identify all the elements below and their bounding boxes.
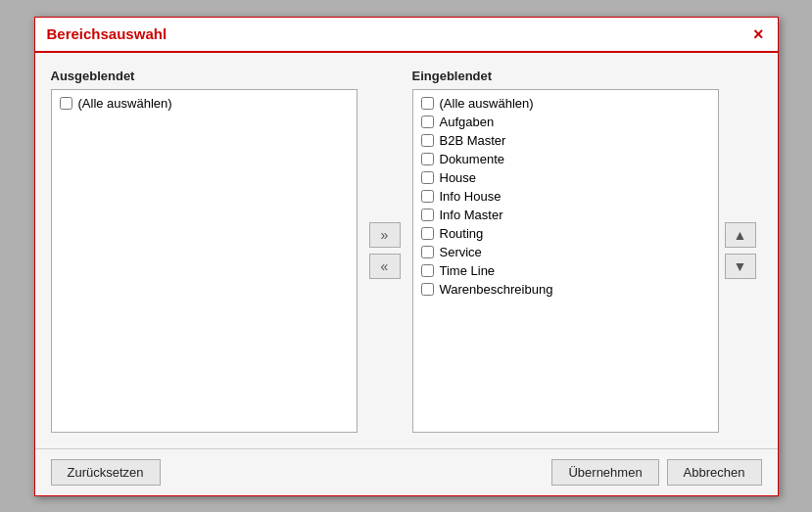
reset-button[interactable]: Zurücksetzen bbox=[51, 459, 161, 486]
visible-checkbox-routing[interactable] bbox=[421, 227, 434, 240]
visible-label-routing: Routing bbox=[440, 226, 484, 241]
visible-checkbox-info-house[interactable] bbox=[421, 190, 434, 203]
footer-left: Zurücksetzen bbox=[51, 459, 161, 486]
move-down-button[interactable]: ▼ bbox=[725, 254, 756, 279]
visible-label-all-visible: (Alle auswählen) bbox=[440, 96, 534, 111]
visible-checkbox-aufgaben[interactable] bbox=[421, 116, 434, 128]
dialog-footer: Zurücksetzen Übernehmen Abbrechen bbox=[35, 448, 778, 495]
visible-checkbox-all-visible[interactable] bbox=[421, 97, 434, 110]
visible-list-item-all-visible[interactable]: (Alle auswählen) bbox=[417, 94, 714, 113]
dialog-body: Ausgeblendet (Alle auswählen) » « Eingeb… bbox=[35, 53, 778, 448]
visible-list-item-info-house[interactable]: Info House bbox=[417, 187, 714, 206]
dialog-title: Bereichsauswahl bbox=[47, 25, 167, 42]
hidden-list: (Alle auswählen) bbox=[51, 89, 358, 433]
visible-list-item-house[interactable]: House bbox=[417, 168, 714, 187]
visible-checkbox-time-line[interactable] bbox=[421, 264, 434, 277]
move-right-button[interactable]: » bbox=[369, 222, 401, 248]
middle-controls: » « bbox=[358, 69, 412, 433]
visible-list-item-b2b-master[interactable]: B2B Master bbox=[417, 131, 714, 150]
apply-button[interactable]: Übernehmen bbox=[551, 459, 658, 486]
visible-label-b2b-master: B2B Master bbox=[440, 133, 506, 148]
move-up-button[interactable]: ▲ bbox=[725, 222, 756, 248]
hidden-panel-label: Ausgeblendet bbox=[51, 69, 358, 83]
visible-label-house: House bbox=[440, 170, 477, 185]
visible-list-item-warenbeschreibung[interactable]: Warenbeschreibung bbox=[417, 280, 714, 299]
visible-label-info-house: Info House bbox=[440, 189, 502, 204]
visible-checkbox-dokumente[interactable] bbox=[421, 153, 434, 165]
visible-list-item-time-line[interactable]: Time Line bbox=[417, 261, 714, 280]
cancel-button[interactable]: Abbrechen bbox=[667, 459, 762, 486]
visible-label-warenbeschreibung: Warenbeschreibung bbox=[440, 282, 553, 297]
hidden-panel: Ausgeblendet (Alle auswählen) bbox=[51, 69, 358, 433]
visible-checkbox-b2b-master[interactable] bbox=[421, 134, 434, 147]
visible-list-item-aufgaben[interactable]: Aufgaben bbox=[417, 113, 714, 131]
visible-label-time-line: Time Line bbox=[440, 263, 496, 278]
visible-checkbox-house[interactable] bbox=[421, 171, 434, 184]
visible-label-aufgaben: Aufgaben bbox=[440, 115, 495, 129]
visible-list-item-info-master[interactable]: Info Master bbox=[417, 206, 714, 224]
close-button[interactable]: × bbox=[751, 25, 766, 43]
visible-list-item-service[interactable]: Service bbox=[417, 243, 714, 261]
dialog-title-bar: Bereichsauswahl × bbox=[35, 18, 778, 53]
bereichsauswahl-dialog: Bereichsauswahl × Ausgeblendet (Alle aus… bbox=[34, 17, 779, 496]
visible-label-service: Service bbox=[440, 245, 482, 259]
visible-label-info-master: Info Master bbox=[440, 208, 503, 222]
move-left-button[interactable]: « bbox=[369, 254, 401, 279]
hidden-list-item-all[interactable]: (Alle auswählen) bbox=[56, 94, 353, 113]
visible-list-item-dokumente[interactable]: Dokumente bbox=[417, 150, 714, 168]
right-controls: ▲ ▼ bbox=[719, 69, 762, 433]
hidden-checkbox-all[interactable] bbox=[60, 97, 72, 110]
visible-checkbox-service[interactable] bbox=[421, 246, 434, 258]
visible-checkbox-warenbeschreibung[interactable] bbox=[421, 283, 434, 296]
visible-panel-label: Eingeblendet bbox=[412, 69, 719, 83]
footer-right: Übernehmen Abbrechen bbox=[551, 459, 761, 486]
hidden-label-all: (Alle auswählen) bbox=[78, 96, 172, 111]
visible-panel: Eingeblendet (Alle auswählen)AufgabenB2B… bbox=[412, 69, 719, 433]
visible-label-dokumente: Dokumente bbox=[440, 152, 504, 166]
visible-checkbox-info-master[interactable] bbox=[421, 209, 434, 221]
visible-list: (Alle auswählen)AufgabenB2B MasterDokume… bbox=[412, 89, 719, 433]
visible-list-item-routing[interactable]: Routing bbox=[417, 224, 714, 243]
